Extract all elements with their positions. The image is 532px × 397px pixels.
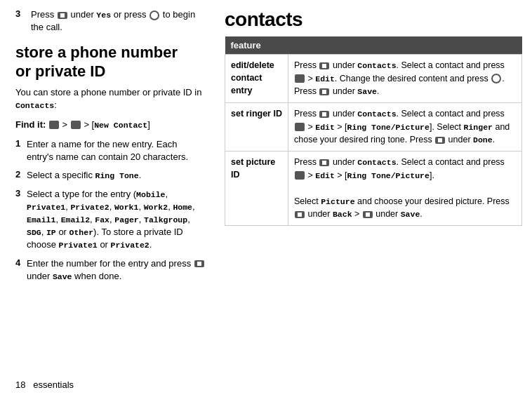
find-it-label: Find it: <box>15 119 46 130</box>
ringtone-tt: Ring Tone/Picture <box>347 123 430 132</box>
step-4-num: 4 <box>15 257 27 268</box>
step-3: 3 Select a type for the entry (Mobile, P… <box>15 188 205 252</box>
ringer-tt: Ringer <box>464 123 493 132</box>
contacts-tt: Contacts <box>357 109 396 119</box>
contacts-tt: Contacts <box>357 158 396 167</box>
button-icon <box>58 12 67 19</box>
description-cell: Press under Contacts. Select a contact a… <box>288 152 522 226</box>
ok-icon <box>149 11 159 20</box>
left-column: 3 Press under Yes or press to begin the … <box>0 0 218 397</box>
page-number: 18 <box>15 379 25 390</box>
edit-tt: Edit <box>315 171 335 180</box>
step-4: 4 Enter the number for the entry and pre… <box>15 257 205 283</box>
step-2-text: Select a specific Ring Tone. <box>27 169 141 182</box>
feature-label: set ringer ID <box>231 109 282 119</box>
save-tt: Save <box>401 210 420 219</box>
step-1-text: Enter a name for the new entry. Each ent… <box>27 138 205 163</box>
step-3-text: Press under Yes or press to begin the ca… <box>31 8 205 34</box>
menu-icon-2 <box>71 121 81 129</box>
menu-icon <box>295 123 305 131</box>
feature-cell: edit/delete contact entry <box>225 55 288 103</box>
table-row: edit/delete contact entry Press under Co… <box>225 55 522 103</box>
ok-icon <box>491 74 501 83</box>
btn-icon-2 <box>295 211 305 218</box>
section-intro: You can store a phone number or private … <box>15 86 205 112</box>
edit-tt: Edit <box>315 123 335 132</box>
feature-cell: set picture ID <box>225 152 288 226</box>
contacts-tt: Contacts <box>357 61 396 70</box>
step-2-num: 2 <box>15 169 27 180</box>
find-it: Find it: > > [New Contact] <box>15 118 205 132</box>
steps-list: 1 Enter a name for the new entry. Each e… <box>15 138 205 283</box>
contacts-table: feature edit/delete contact entry Press … <box>225 36 522 226</box>
step-3-item: 3 Press under Yes or press to begin the … <box>15 8 205 34</box>
step-3-desc: Select a type for the entry (Mobile, Pri… <box>27 188 205 252</box>
step-3-num: 3 <box>15 188 27 198</box>
feature-label: edit/delete contact entry <box>231 60 274 95</box>
feature-cell: set ringer ID <box>225 103 288 152</box>
save-tt: Save <box>357 87 377 96</box>
btn-icon-3 <box>363 211 373 218</box>
step-3-number: 3 <box>15 8 28 19</box>
btn-icon <box>319 111 329 118</box>
page-label: essentials <box>33 379 74 390</box>
btn-icon-2 <box>319 88 329 95</box>
table-header: feature <box>225 36 522 55</box>
step-1: 1 Enter a name for the new entry. Each e… <box>15 138 205 163</box>
right-column: contacts feature edit/delete contact ent… <box>218 0 532 397</box>
description-cell: Press under Contacts. Select a contact a… <box>288 103 522 152</box>
description-cell: Press under Contacts. Select a contact a… <box>288 55 522 103</box>
feature-label: set picture ID <box>231 157 275 180</box>
table-row: set ringer ID Press under Contacts. Sele… <box>225 103 522 152</box>
page-footer: 18 essentials <box>15 379 74 390</box>
edit-tt: Edit <box>315 74 335 83</box>
table-row: set picture ID Press under Contacts. Sel… <box>225 152 522 226</box>
step-2: 2 Select a specific Ring Tone. <box>15 169 205 182</box>
picture-tt: Picture <box>321 197 354 206</box>
done-tt: Done <box>473 135 493 144</box>
back-tt: Back <box>333 210 352 219</box>
section-heading: store a phone number or private ID <box>15 43 205 81</box>
ringtone-tt: Ring Tone/Picture <box>347 171 430 180</box>
step-1-num: 1 <box>15 138 27 149</box>
contacts-heading: contacts <box>225 8 522 31</box>
save-btn-icon <box>194 260 204 267</box>
menu-icon <box>295 74 305 83</box>
btn-icon <box>319 159 329 166</box>
step-4-text: Enter the number for the entry and press… <box>27 257 205 283</box>
yes-label: Yes <box>96 11 111 20</box>
new-contact-label: New Contact <box>94 121 147 130</box>
btn-icon <box>319 62 329 69</box>
menu-icon-1 <box>49 121 59 129</box>
btn-icon-2 <box>435 137 445 144</box>
menu-icon <box>295 171 305 180</box>
contacts-ref: Contacts <box>15 101 54 110</box>
